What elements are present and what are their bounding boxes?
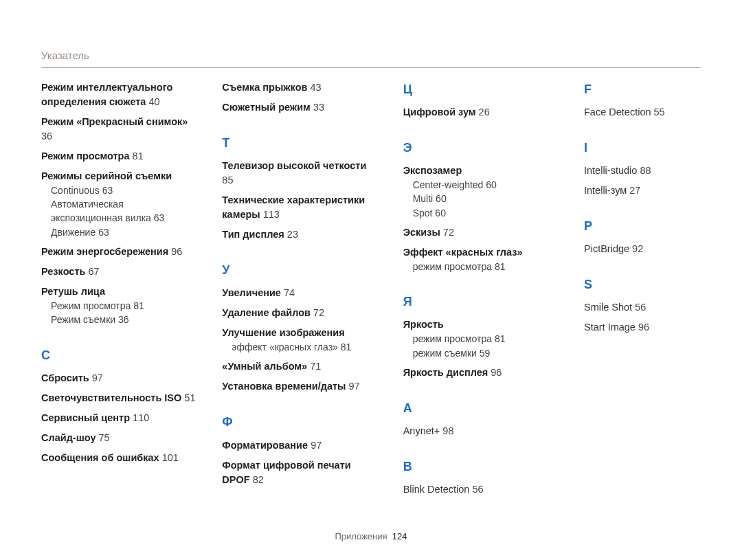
entry-page: 96 xyxy=(638,322,649,333)
subentry: Continuous 63 xyxy=(51,183,197,197)
subentry: режим съемки 59 xyxy=(413,346,559,360)
entry: Телевизор высокой четкости 85 xyxy=(222,159,378,188)
entry-title: Эскизы xyxy=(403,227,440,238)
letter-heading: S xyxy=(584,276,701,293)
entry: Тип дисплея 23 xyxy=(222,227,378,242)
letter-heading: С xyxy=(41,346,197,364)
entry-page: 113 xyxy=(263,209,280,220)
letter-heading: A xyxy=(403,399,559,417)
entry-page: 96 xyxy=(491,367,502,378)
entry-title: PictBridge xyxy=(584,243,629,254)
entry: Увеличение 74 xyxy=(222,286,378,300)
sub-label: Автоматическая экспозиционная вилка xyxy=(51,199,151,223)
entry-page: 101 xyxy=(162,452,179,463)
letter-heading: Т xyxy=(222,134,378,152)
sub-label: Center-weighted xyxy=(413,179,484,190)
sub-label: режим съемки xyxy=(413,348,477,359)
entry: Экспозамер Center-weighted 60 Multi 60 S… xyxy=(403,164,559,220)
letter-heading: Ф xyxy=(222,413,378,431)
entry: Установка времени/даты 97 xyxy=(222,379,378,394)
entry-title: «Умный альбом» xyxy=(222,361,307,372)
entry-page: 97 xyxy=(311,440,322,451)
sub-label: эффект «красных глаз» xyxy=(232,341,338,352)
entry-title: Сбросить xyxy=(41,372,89,383)
sub-label: Multi xyxy=(413,193,434,204)
entry-page: 40 xyxy=(148,96,159,107)
entry: Start Image 96 xyxy=(584,320,701,335)
sub-page: 81 xyxy=(341,341,352,352)
sub-page: 60 xyxy=(435,208,446,219)
entry-page: 81 xyxy=(133,150,144,161)
subentry: Автоматическая экспозиционная вилка 63 xyxy=(51,197,197,225)
index-page: Указатель Режим интеллектуального опреде… xyxy=(0,0,742,560)
entry: Сбросить 97 xyxy=(41,371,197,385)
subentry: Spot 60 xyxy=(413,206,559,220)
entry: Удаление файлов 72 xyxy=(222,306,378,320)
sub-page: 81 xyxy=(495,261,506,272)
entry-page: 67 xyxy=(88,266,99,277)
entry: Режим просмотра 81 xyxy=(41,149,197,164)
entry-page: 92 xyxy=(632,243,643,254)
entry-title: Яркость дисплея xyxy=(403,367,488,378)
entry-title: Сервисный центр xyxy=(41,412,130,423)
entry-page: 23 xyxy=(287,229,298,240)
entry-title: Телевизор высокой четкости xyxy=(222,160,366,171)
entry-title: Face Detection xyxy=(584,107,651,117)
letter-heading: Я xyxy=(403,293,559,311)
subentry: режим просмотра 81 xyxy=(413,260,559,273)
letter-heading: У xyxy=(222,261,378,279)
entry-title: Светочувствительность ISO xyxy=(41,392,181,403)
entry-title: Blink Detection xyxy=(403,484,470,495)
sub-page: 63 xyxy=(98,227,109,238)
entry: Эскизы 72 xyxy=(403,225,559,240)
entry-page: 43 xyxy=(310,82,321,93)
entry-title: Форматирование xyxy=(222,440,308,451)
footer: Приложения 124 xyxy=(0,530,742,544)
letter-heading: I xyxy=(584,139,701,157)
entry-page: 71 xyxy=(310,361,321,372)
entry-title: Сообщения об ошибках xyxy=(41,452,159,463)
entry-page: 72 xyxy=(313,307,324,318)
entry: Цифровой зум 26 xyxy=(403,105,559,120)
entry-title: Режим просмотра xyxy=(41,150,130,161)
sub-label: Режим съемки xyxy=(51,314,115,325)
entry-page: 88 xyxy=(640,165,651,176)
entry-page: 33 xyxy=(313,102,324,113)
entry-page: 55 xyxy=(654,107,665,117)
columns: Режим интеллектуального определения сюже… xyxy=(41,80,701,502)
sub-page: 63 xyxy=(102,185,113,196)
entry: Съемка прыжков 43 xyxy=(222,80,378,95)
sub-label: режим просмотра xyxy=(413,261,492,272)
entry-title: Сюжетный режим xyxy=(222,102,310,113)
sub-page: 63 xyxy=(154,212,165,223)
entry-page: 27 xyxy=(629,185,640,196)
letter-heading: F xyxy=(584,80,701,98)
subentry: Движение 63 xyxy=(51,225,197,239)
column-1: Режим интеллектуального определения сюже… xyxy=(41,80,197,502)
entry-page: 36 xyxy=(41,131,52,142)
sub-page: 81 xyxy=(495,333,506,344)
entry-page: 26 xyxy=(479,107,490,117)
entry-title: Режимы серийной съемки xyxy=(41,169,197,183)
entry: Улучшение изображения эффект «красных гл… xyxy=(222,326,378,354)
entry-title: Anynet+ xyxy=(403,425,440,436)
entry-page: 97 xyxy=(92,372,103,383)
entry: Intelli-studio 88 xyxy=(584,164,701,178)
entry: Формат цифровой печати DPOF 82 xyxy=(222,458,378,487)
entry: Резкость 67 xyxy=(41,265,197,279)
page-title: Указатель xyxy=(41,48,701,68)
subentry: Режим съемки 36 xyxy=(51,313,197,326)
entry-page: 98 xyxy=(442,425,453,436)
entry-title: Резкость xyxy=(41,266,85,277)
sub-page: 60 xyxy=(436,193,447,204)
entry-page: 96 xyxy=(171,246,182,257)
sub-page: 60 xyxy=(486,179,497,190)
entry-title: Формат цифровой печати DPOF xyxy=(222,460,350,485)
sub-label: Движение xyxy=(51,227,95,238)
entry-title: Intelli-зум xyxy=(584,185,627,196)
entry-title: Экспозамер xyxy=(403,164,559,178)
sub-label: Continuous xyxy=(51,185,100,196)
entry: Smile Shot 56 xyxy=(584,300,701,315)
entry-title: Цифровой зум xyxy=(403,107,476,117)
entry: Blink Detection 56 xyxy=(403,482,559,497)
